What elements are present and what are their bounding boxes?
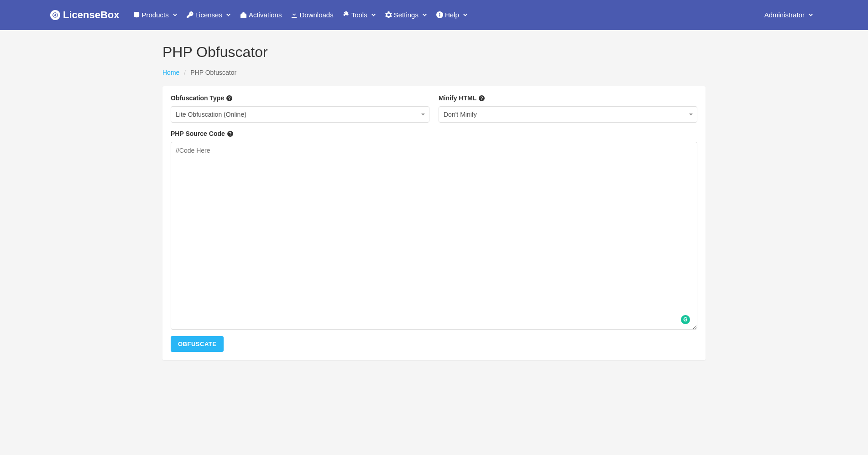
- info-icon: [436, 11, 443, 18]
- nav-label: Help: [445, 11, 459, 19]
- gear-icon: [385, 11, 392, 18]
- brand-icon: [50, 10, 60, 20]
- nav-right: Administrator: [760, 7, 818, 22]
- minify-html-group: Minify HTML Don't Minify: [439, 94, 697, 123]
- breadcrumb-home: Home: [162, 69, 179, 76]
- chevron-down-icon: [226, 12, 231, 17]
- nav-label: Downloads: [299, 11, 333, 19]
- page-title: PHP Obfuscator: [162, 44, 706, 61]
- tools-icon: [343, 11, 350, 18]
- source-code-input[interactable]: [171, 142, 697, 330]
- nav-settings[interactable]: Settings: [381, 7, 432, 22]
- form-row: Obfuscation Type Lite Obfuscation (Onlin…: [171, 94, 697, 123]
- nav-tools[interactable]: Tools: [338, 7, 381, 22]
- brand-text: LicenseBox: [63, 9, 120, 21]
- obfuscation-type-group: Obfuscation Type Lite Obfuscation (Onlin…: [171, 94, 429, 123]
- textarea-wrapper: G: [171, 142, 697, 331]
- chevron-down-icon: [422, 12, 427, 17]
- label-text: PHP Source Code: [171, 130, 225, 137]
- chevron-down-icon: [808, 12, 813, 17]
- user-menu[interactable]: Administrator: [760, 7, 818, 22]
- breadcrumb-home-link[interactable]: Home: [162, 69, 179, 76]
- select-wrapper: Don't Minify: [439, 106, 697, 123]
- nav-label: Products: [142, 11, 169, 19]
- nav-items: Products Licenses Activations Downloads …: [129, 7, 760, 22]
- breadcrumb-separator: /: [184, 69, 186, 76]
- brand-logo[interactable]: LicenseBox: [50, 9, 120, 21]
- nav-activations[interactable]: Activations: [235, 7, 287, 22]
- nav-licenses[interactable]: Licenses: [182, 7, 235, 22]
- chevron-down-icon: [371, 12, 376, 17]
- minify-html-label: Minify HTML: [439, 94, 697, 102]
- nav-downloads[interactable]: Downloads: [286, 7, 338, 22]
- navbar: LicenseBox Products Licenses Activations…: [0, 0, 868, 30]
- form-card: Obfuscation Type Lite Obfuscation (Onlin…: [162, 86, 706, 360]
- source-code-group: PHP Source Code G: [171, 130, 697, 331]
- nav-label: Licenses: [195, 11, 222, 19]
- user-label: Administrator: [764, 11, 805, 19]
- nav-products[interactable]: Products: [129, 7, 182, 22]
- breadcrumb: Home / PHP Obfuscator: [162, 69, 706, 76]
- help-icon[interactable]: [226, 95, 232, 101]
- label-text: Minify HTML: [439, 94, 476, 102]
- download-icon: [291, 11, 298, 18]
- toolbox-icon: [240, 11, 247, 18]
- breadcrumb-current: PHP Obfuscator: [190, 69, 236, 76]
- grammarly-icon[interactable]: G: [681, 315, 690, 324]
- minify-html-select[interactable]: Don't Minify: [439, 106, 697, 123]
- nav-label: Settings: [394, 11, 418, 19]
- chevron-down-icon: [173, 12, 178, 17]
- nav-label: Activations: [249, 11, 282, 19]
- obfuscation-type-select[interactable]: Lite Obfuscation (Online): [171, 106, 429, 123]
- label-text: Obfuscation Type: [171, 94, 224, 102]
- nav-label: Tools: [351, 11, 367, 19]
- nav-help[interactable]: Help: [432, 7, 472, 22]
- help-icon[interactable]: [479, 95, 485, 101]
- source-code-label: PHP Source Code: [171, 130, 697, 137]
- obfuscate-button[interactable]: OBFUSCATE: [171, 336, 224, 352]
- database-icon: [133, 11, 140, 18]
- chevron-down-icon: [463, 12, 468, 17]
- help-icon[interactable]: [227, 131, 233, 137]
- content: PHP Obfuscator Home / PHP Obfuscator Obf…: [162, 30, 706, 374]
- select-wrapper: Lite Obfuscation (Online): [171, 106, 429, 123]
- key-icon: [187, 11, 193, 18]
- obfuscation-type-label: Obfuscation Type: [171, 94, 429, 102]
